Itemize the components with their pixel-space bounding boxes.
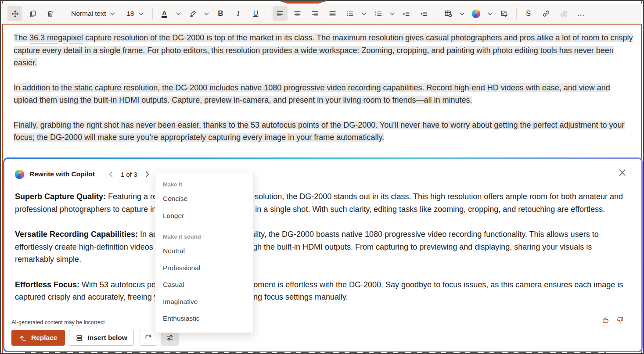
menu-item-enthusiastic[interactable]: Enthusiastic — [155, 310, 253, 327]
chevron-down-icon — [390, 12, 395, 15]
numbered-list-dropdown[interactable] — [389, 6, 396, 21]
thumbs-down-icon — [616, 316, 624, 324]
menu-section-header: Make it sound — [155, 229, 253, 243]
strikethrough-icon: S — [526, 10, 531, 18]
text-box-border — [3, 24, 641, 25]
thumbs-up-icon — [602, 316, 609, 324]
insert-below-button[interactable]: Insert below — [69, 330, 133, 346]
align-right-button[interactable] — [308, 6, 323, 21]
feedback-buttons — [602, 316, 624, 324]
chevron-down-icon — [362, 12, 367, 15]
text-style-dropdown[interactable]: Normal text — [67, 6, 119, 21]
regenerate-icon — [144, 334, 152, 342]
panel-title: Rewrite with Copilot — [29, 170, 95, 178]
paragraph-1: The 36.3 megapixel capture resolution of… — [14, 32, 635, 69]
menu-divider — [155, 228, 253, 228]
copilot-dropdown[interactable] — [486, 6, 494, 21]
chevron-down-icon — [176, 12, 181, 15]
bullet-list-icon — [346, 10, 354, 18]
underline-button[interactable]: U — [248, 6, 263, 21]
thumbs-down-button[interactable] — [616, 316, 624, 324]
image-edit-button[interactable] — [497, 6, 512, 21]
numbered-list-button[interactable]: 123 — [371, 6, 386, 21]
ai-disclaimer: AI-generated content may be incorrect — [11, 319, 105, 325]
font-color-icon: A — [162, 10, 167, 18]
chevron-down-icon — [139, 12, 144, 15]
selected-text: The 36.3 megapixel capture resolution of… — [14, 33, 633, 67]
more-options-button[interactable]: … — [574, 6, 589, 21]
menu-item-neutral[interactable]: Neutral — [155, 243, 253, 260]
font-color-button[interactable]: A — [157, 6, 172, 21]
thumbs-up-button[interactable] — [602, 316, 609, 324]
align-center-button[interactable] — [290, 6, 305, 21]
font-size-dropdown[interactable]: 18 — [122, 6, 148, 21]
table-dropdown[interactable] — [458, 6, 466, 21]
unlink-icon — [560, 10, 568, 18]
menu-item-longer[interactable]: Longer — [155, 207, 253, 225]
align-left-button[interactable] — [273, 6, 288, 21]
svg-text:3: 3 — [375, 14, 377, 17]
indent-icon — [403, 10, 410, 18]
menu-item-concise[interactable]: Concise — [155, 190, 253, 207]
menu-item-professional[interactable]: Professional — [155, 260, 253, 277]
toolbar-divider — [516, 8, 517, 19]
italic-button[interactable]: I — [231, 6, 246, 21]
toolbar-divider — [268, 8, 268, 19]
increase-indent-button[interactable] — [399, 6, 414, 21]
close-icon — [619, 169, 626, 176]
menu-item-casual[interactable]: Casual — [155, 276, 253, 293]
window: The 36.3 megapixel capture resolution of… — [0, 0, 644, 354]
paragraph-3: Finally, grabbing the right shot has nev… — [14, 119, 635, 144]
adjust-icon — [166, 334, 174, 342]
bold-button[interactable]: B — [213, 6, 228, 21]
delete-button[interactable] — [43, 6, 58, 21]
chevron-left-icon — [109, 171, 113, 177]
underline-icon: U — [253, 10, 259, 18]
link-icon — [542, 10, 550, 18]
more-icon: … — [577, 9, 585, 18]
action-buttons: Replace Insert below — [11, 330, 179, 346]
menu-item-imaginative[interactable]: Imaginative — [155, 293, 253, 311]
suggestion-paragraph: Effortless Focus: With 53 autofocus poin… — [15, 279, 627, 304]
copilot-button[interactable] — [469, 6, 484, 21]
bullet-list-dropdown[interactable] — [360, 6, 368, 21]
suggestion-paragraph: Superb Capture Quality: Featuring a rema… — [15, 190, 627, 215]
pagination-counter: 1 of 3 — [121, 171, 137, 178]
regenerate-button[interactable] — [140, 330, 157, 346]
align-right-icon — [311, 10, 319, 18]
insert-below-icon — [76, 334, 83, 342]
close-panel-button[interactable] — [619, 169, 626, 176]
chevron-down-icon — [488, 12, 493, 15]
chevron-down-icon — [110, 12, 115, 15]
menu-section-header: Make it — [155, 177, 253, 190]
suggestion-underlined-term[interactable]: 36.3 megapixel — [29, 33, 83, 42]
replace-button[interactable]: Replace — [11, 330, 65, 346]
bullet-list-button[interactable] — [343, 6, 358, 21]
suggestion-paragraph: Versatile Recording Capabilities: In add… — [15, 228, 627, 266]
copy-button[interactable] — [25, 6, 40, 21]
highlight-button[interactable] — [185, 6, 200, 21]
highlight-dropdown[interactable] — [203, 6, 211, 21]
copilot-rewrite-panel: Rewrite with Copilot 1 of 3 Superb Captu… — [3, 157, 643, 352]
selected-text: Finally, grabbing the right shot has nev… — [14, 121, 625, 142]
document-text[interactable]: The 36.3 megapixel capture resolution of… — [14, 32, 635, 156]
strikethrough-button[interactable]: S — [521, 6, 536, 21]
toolbar-divider — [62, 8, 62, 19]
font-color-dropdown[interactable] — [175, 6, 183, 21]
previous-suggestion-button[interactable] — [106, 171, 115, 177]
move-button[interactable] — [7, 6, 22, 21]
link-button[interactable] — [539, 6, 554, 21]
numbered-list-icon: 123 — [374, 10, 382, 18]
copilot-icon — [472, 10, 480, 18]
image-edit-icon — [500, 10, 508, 18]
insert-table-button[interactable] — [441, 6, 456, 21]
next-suggestion-button[interactable] — [143, 171, 152, 177]
unlink-button[interactable] — [556, 6, 571, 21]
toolbar-divider — [152, 8, 153, 19]
copy-icon — [29, 10, 36, 18]
chevron-right-icon — [145, 171, 149, 177]
justify-button[interactable] — [325, 6, 340, 21]
decrease-indent-button[interactable] — [417, 6, 432, 21]
bold-icon: B — [218, 9, 223, 18]
move-icon — [11, 10, 19, 18]
